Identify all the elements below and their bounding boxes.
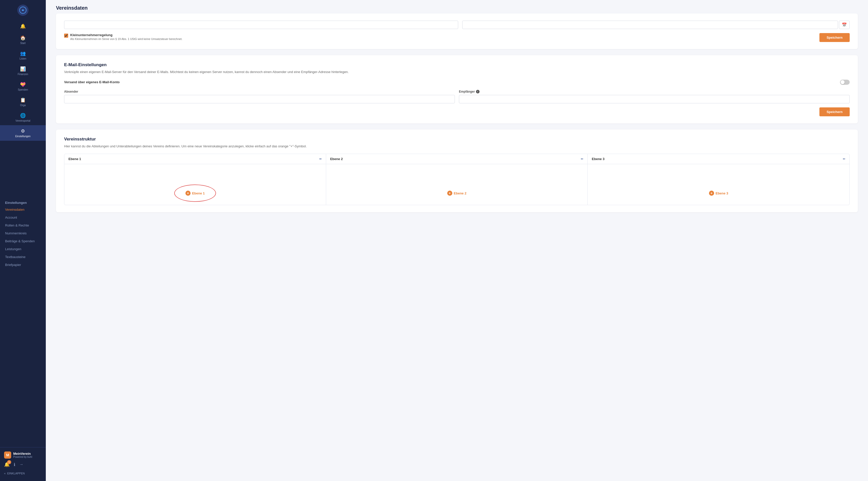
brand-name: MeinVerein [13,452,32,455]
calendar-button[interactable]: 📅 [839,21,850,29]
logo-icon [17,5,29,16]
calendar-icon: 📅 [842,23,847,27]
level-1-edit-icon[interactable]: ✏ [319,157,322,161]
kleinunternehmer-checkbox[interactable] [64,34,68,38]
users-icon: 👥 [20,51,26,56]
home-icon: 🏠 [20,35,26,41]
sidebar-item-orga[interactable]: 📋 Orga [0,94,46,110]
add-ebene2-label: Ebene 2 [454,191,467,195]
bell-icon: 🔔 [20,23,26,29]
level-2-header-label: Ebene 2 [330,157,343,161]
email-card-title: E-Mail-Einstellungen [64,62,850,67]
notification-count: 5 [7,460,11,464]
level-3-edit-icon[interactable]: ✏ [843,157,845,161]
recipient-info-icon: i [476,90,479,93]
level-1-header: Ebene 1 ✏ [64,154,326,164]
email-toggle-label: Versand über eigenes E-Mail-Konto [64,80,120,84]
settings-item-leistungen[interactable]: Leistungen [0,245,46,253]
level-3-btn-row: + Ebene 3 [592,184,845,202]
settings-item-nummernkreis[interactable]: Nummernkreis [0,229,46,237]
email-card-description: Verknüpfe einen eigenen E-Mail-Server fü… [64,69,850,74]
finance-icon: 📊 [20,66,26,72]
add-ebene1-button[interactable]: + Ebene 1 [182,188,208,198]
settings-item-briefpapier[interactable]: Briefpapier [0,261,46,269]
level-2-edit-icon[interactable]: ✏ [581,157,583,161]
add-ebene1-label: Ebene 1 [192,191,205,195]
content-area: 📅 Kleinunternehmerregelung Als Kleinunte… [46,13,868,229]
sidebar-item-spenden-label: Spenden [18,88,28,91]
notification-bell[interactable]: 🔔 5 [4,462,10,467]
settings-section-title: Einstellungen [0,199,46,206]
kleinunternehmer-section: Kleinunternehmerregelung Als Kleinuntern… [64,33,813,40]
sidebar-item-listen[interactable]: 👥 Listen [0,48,46,63]
add-ebene3-button[interactable]: + Ebene 3 [706,188,732,198]
checkbox-main-label: Kleinunternehmerregelung [70,33,182,37]
structure-card: Vereinsstruktur Hier kannst du die Abtei… [56,129,858,212]
add-ebene2-button[interactable]: + Ebene 2 [444,188,470,198]
sidebar-item-einstellungen[interactable]: ⚙ Einstellungen [0,125,46,141]
plus-circle-2-icon: + [447,191,452,196]
email-save-button[interactable]: Speichern [819,108,850,116]
plus-circle-3-icon: + [709,191,714,196]
collapse-label: EINKLAPPEN [7,472,25,475]
levels-grid: Ebene 1 ✏ + Ebene 1 [64,154,850,205]
settings-submenu: Einstellungen Vereinsdaten Account Rolle… [0,196,46,272]
settings-item-beitraege[interactable]: Beiträge & Spenden [0,237,46,245]
recipient-label: Empfänger i [459,90,850,93]
level-2-btn-row: + Ebene 2 [330,184,584,202]
email-settings-card: E-Mail-Einstellungen Verknüpfe einen eig… [56,55,858,123]
sidebar-item-finanzen[interactable]: 📊 Finanzen [0,63,46,79]
sidebar-item-start-label: Start [20,42,25,44]
level-3-header: Ebene 3 ✏ [588,154,849,164]
settings-item-account[interactable]: Account [0,213,46,221]
sidebar: 🔔 🏠 Start 👥 Listen 📊 Finanzen 💝 Spenden … [0,0,46,481]
sidebar-item-spenden[interactable]: 💝 Spenden [0,79,46,94]
recipient-input[interactable] [459,95,850,103]
logout-icon[interactable]: → [19,462,23,467]
structure-title: Vereinsstruktur [64,137,850,142]
level-1-body: + Ebene 1 [64,164,326,205]
collapse-button[interactable]: « EINKLAPPEN [4,470,42,477]
checkbox-sub-label: Als Kleinunternehmen im Sinne von § 19 A… [70,37,182,40]
sidebar-item-listen-label: Listen [20,57,27,60]
app-logo [0,0,46,20]
kleinunternehmer-checkbox-row: Kleinunternehmerregelung Als Kleinuntern… [64,33,813,40]
orga-icon: 📋 [20,97,26,103]
sender-label: Absender [64,90,455,93]
level-3-col: Ebene 3 ✏ + Ebene 3 [588,154,849,205]
info-icon[interactable]: ℹ [14,462,15,467]
add-ebene3-label: Ebene 3 [716,191,728,195]
top-input-1[interactable] [64,21,458,29]
sidebar-item-notifications[interactable]: 🔔 [0,20,46,32]
sidebar-item-finanzen-label: Finanzen [18,73,28,76]
top-save-button[interactable]: Speichern [819,33,850,42]
sidebar-bottom: M MeinVerein Powered by buhl 🔔 5 ℹ → « E… [0,447,46,481]
sidebar-item-orga-label: Orga [20,104,26,107]
main-content: Vereinsdaten 📅 Kleinunternehmerr [46,0,868,481]
sidebar-item-start[interactable]: 🏠 Start [0,32,46,48]
email-fields-row: Absender Empfänger i [64,90,850,103]
settings-item-vereinsdaten[interactable]: Vereinsdaten [0,206,46,213]
recipient-field-group: Empfänger i [459,90,850,103]
level-3-body: + Ebene 3 [588,164,849,205]
email-save-row: Speichern [64,108,850,116]
svg-point-1 [22,9,24,11]
level-2-col: Ebene 2 ✏ + Ebene 2 [326,154,588,205]
level-1-add-highlight: + Ebene 1 [182,188,208,198]
email-toggle-switch[interactable] [840,80,850,85]
chevron-left-icon: « [4,472,6,475]
settings-item-textbausteine[interactable]: Textbausteine [0,253,46,261]
top-input-2[interactable] [462,21,838,29]
level-2-header: Ebene 2 ✏ [326,154,588,164]
sidebar-item-vereinsportal[interactable]: 🌐 Vereinsportal [0,110,46,125]
level-1-header-label: Ebene 1 [68,157,81,161]
settings-item-rollen[interactable]: Rollen & Rechte [0,221,46,229]
level-2-body: + Ebene 2 [326,164,588,205]
portal-icon: 🌐 [20,113,26,118]
email-toggle-row: Versand über eigenes E-Mail-Konto [64,80,850,85]
top-card: 📅 Kleinunternehmerregelung Als Kleinunte… [56,13,858,49]
checkbox-save-row: Kleinunternehmerregelung Als Kleinuntern… [64,33,850,42]
page-title: Vereinsdaten [46,0,868,13]
sender-input[interactable] [64,95,455,103]
brand-sub: Powered by buhl [13,455,32,458]
